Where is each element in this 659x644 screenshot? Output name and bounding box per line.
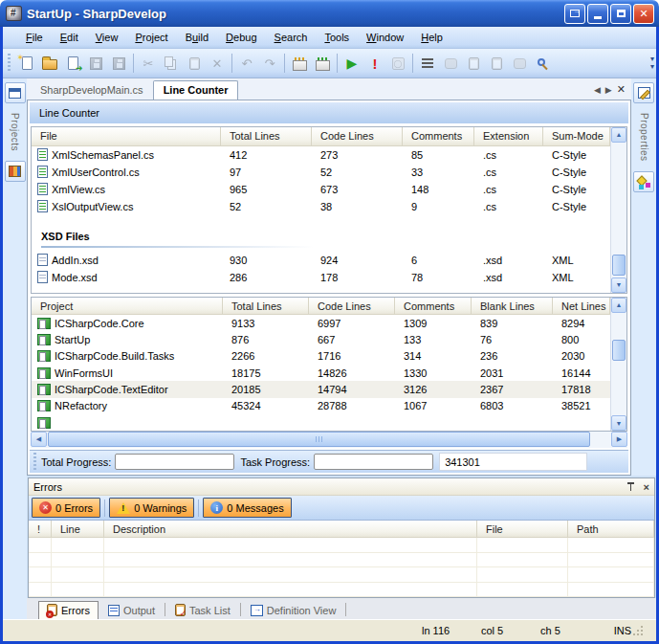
menu-search[interactable]: Search xyxy=(267,29,316,46)
errors-filter-button[interactable]: ✕0 Errors xyxy=(32,498,100,518)
run-button[interactable]: ▶ xyxy=(340,52,363,75)
table-row[interactable]: AddIn.xsd 930 924 6 .xsd XML xyxy=(32,252,610,269)
resize-grip[interactable] xyxy=(633,626,643,635)
undock-button[interactable] xyxy=(564,4,585,24)
tab-close-button[interactable]: ✕ xyxy=(617,83,626,96)
column-header-code-lines[interactable]: Code Lines xyxy=(309,298,395,315)
sidebar-right-label[interactable]: Properties xyxy=(639,113,649,162)
search-disabled-button[interactable] xyxy=(508,52,531,75)
save-button[interactable] xyxy=(84,52,107,75)
warnings-filter-button[interactable]: 0 Warnings xyxy=(109,498,194,518)
column-header-code-lines[interactable]: Code Lines xyxy=(312,127,403,146)
line-list-button[interactable] xyxy=(416,52,439,75)
export-prev-button[interactable] xyxy=(462,52,485,75)
undo-button[interactable]: ↶ xyxy=(235,52,258,75)
find-button[interactable] xyxy=(531,52,554,75)
redo-button[interactable]: ↷ xyxy=(258,52,281,75)
properties-pad-button[interactable] xyxy=(633,82,654,103)
horizontal-scrollbar[interactable]: ◀ ▶ xyxy=(31,432,627,448)
table-row[interactable]: ICSharpCode.TextEditor 20185 14794 3126 … xyxy=(32,381,610,397)
progress-gripper[interactable] xyxy=(33,453,37,472)
column-header-file[interactable]: File xyxy=(477,521,568,538)
build-all-button[interactable] xyxy=(311,52,334,75)
scroll-down-icon[interactable]: ▼ xyxy=(611,278,626,293)
menu-debug[interactable]: Debug xyxy=(218,29,264,46)
scrollbar-thumb[interactable] xyxy=(48,432,590,447)
tab-output[interactable]: Output xyxy=(100,603,163,619)
menu-project[interactable]: Project xyxy=(127,29,175,46)
column-header-description[interactable]: Description xyxy=(104,521,477,538)
table-row[interactable]: ICSharpCode.Core 9133 6997 1309 839 8294 xyxy=(32,315,610,331)
tab-errors[interactable]: Errors xyxy=(38,601,99,619)
open-button[interactable] xyxy=(38,52,61,75)
pin-icon[interactable] xyxy=(626,481,635,492)
scroll-down-icon[interactable]: ▼ xyxy=(611,415,626,431)
column-header-net-lines[interactable]: Net Lines xyxy=(553,298,610,315)
menu-edit[interactable]: Edit xyxy=(53,29,86,46)
projects-pad-button[interactable] xyxy=(5,82,26,103)
tab-line-counter[interactable]: Line Counter xyxy=(153,80,239,100)
scroll-right-icon[interactable]: ▶ xyxy=(611,432,627,447)
tab-scroll-left-button[interactable]: ◀ xyxy=(594,85,601,95)
menu-file[interactable]: File xyxy=(18,29,51,46)
tab-task-list[interactable]: Task List xyxy=(167,602,238,619)
column-header-sum-mode[interactable]: Sum-Mode xyxy=(543,127,610,146)
table-row[interactable]: XmlView.cs 965 673 148 .cs C-Style xyxy=(32,181,610,198)
sidebar-left-label[interactable]: Projects xyxy=(10,113,20,151)
toolbox-pad-button[interactable] xyxy=(633,171,654,192)
errors-close-button[interactable]: × xyxy=(644,481,649,493)
table-row[interactable]: XmlSchemasPanel.cs 412 273 85 .cs C-Styl… xyxy=(32,146,610,164)
column-header-line[interactable]: Line xyxy=(52,521,104,538)
menu-view[interactable]: View xyxy=(88,29,126,46)
toolbar-overflow-button[interactable]: ▾▾ xyxy=(650,56,654,71)
file-table-scrollbar[interactable]: ▲ ▼ xyxy=(610,127,626,293)
table-row[interactable]: XslOutputView.cs 52 38 9 .cs C-Style xyxy=(32,198,610,215)
tab-sharpdevelopmain[interactable]: SharpDevelopMain.cs xyxy=(31,81,153,100)
tab-scroll-right-button[interactable]: ▶ xyxy=(605,85,612,95)
cut-button[interactable]: ✂ xyxy=(137,52,160,75)
column-header-total-lines[interactable]: Total Lines xyxy=(223,298,309,315)
paste-button[interactable] xyxy=(183,52,206,75)
column-header-path[interactable]: Path xyxy=(568,521,654,538)
column-header-total-lines[interactable]: Total Lines xyxy=(221,127,312,146)
menu-window[interactable]: Window xyxy=(359,29,411,46)
scrollbar-thumb[interactable] xyxy=(612,340,626,361)
menu-help[interactable]: Help xyxy=(413,29,450,46)
table-row[interactable]: WinFormsUI 18175 14826 1330 2031 16144 xyxy=(32,365,610,381)
table-row[interactable]: XmlUserControl.cs 97 52 33 .cs C-Style xyxy=(32,164,610,181)
save-all-button[interactable] xyxy=(107,52,130,75)
region-button[interactable] xyxy=(439,52,462,75)
column-header-file[interactable]: File xyxy=(32,127,221,146)
build-button[interactable] xyxy=(288,52,311,75)
scroll-up-icon[interactable]: ▲ xyxy=(611,127,626,143)
new-file-button[interactable]: ✶ xyxy=(15,52,38,75)
close-button[interactable]: ✕ xyxy=(633,4,654,24)
scroll-left-icon[interactable]: ◀ xyxy=(31,432,47,447)
maximize-button[interactable] xyxy=(610,4,631,24)
column-header-comments[interactable]: Comments xyxy=(395,298,472,315)
minimize-button[interactable] xyxy=(587,4,608,24)
toolbar-gripper[interactable] xyxy=(7,54,11,73)
table-row[interactable]: NRefactory 45324 28788 1067 6803 38521 xyxy=(32,398,610,414)
menu-tools[interactable]: Tools xyxy=(317,29,357,46)
abort-button[interactable]: ! xyxy=(363,52,386,75)
table-row-partial[interactable] xyxy=(32,414,610,431)
stop-button[interactable]: ◯ xyxy=(386,52,409,75)
column-header-comments[interactable]: Comments xyxy=(403,127,474,146)
scrollbar-thumb[interactable] xyxy=(612,255,626,276)
delete-button[interactable]: ✕ xyxy=(206,52,229,75)
export-next-button[interactable] xyxy=(485,52,508,75)
copy-button[interactable] xyxy=(160,52,183,75)
column-header-blank-lines[interactable]: Blank Lines xyxy=(472,298,553,315)
messages-filter-button[interactable]: i0 Messages xyxy=(203,498,291,518)
classes-pad-button[interactable] xyxy=(5,161,26,182)
scroll-up-icon[interactable]: ▲ xyxy=(611,298,626,313)
column-header-project[interactable]: Project xyxy=(32,298,223,315)
column-header-severity[interactable]: ! xyxy=(29,521,52,538)
table-row[interactable]: StartUp 876 667 133 76 800 xyxy=(32,331,610,347)
column-header-extension[interactable]: Extension xyxy=(474,127,543,146)
menu-build[interactable]: Build xyxy=(178,29,216,46)
reload-button[interactable]: ➜ xyxy=(61,52,84,75)
table-row[interactable]: ICSharpCode.Build.Tasks 2266 1716 314 23… xyxy=(32,348,610,365)
tab-definition-view[interactable]: Definition View xyxy=(243,603,344,619)
